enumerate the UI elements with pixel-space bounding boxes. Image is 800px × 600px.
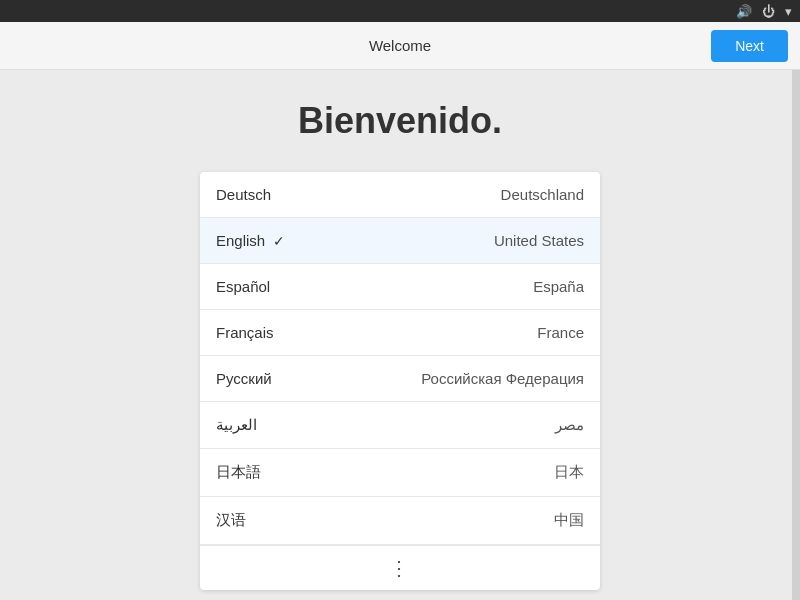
lang-left-japanese: 日本語 [216, 463, 269, 482]
lang-region-chinese: 中国 [554, 511, 584, 530]
page-wrapper: 🔊 ⏻ ▾ Welcome Next Bienvenido. Deutsch D… [0, 0, 800, 600]
lang-name-francais: Français [216, 324, 274, 341]
lang-left-english: English ✓ [216, 232, 285, 249]
power-icon: ⏻ [762, 4, 775, 19]
lang-region-russian: Российская Федерация [421, 370, 584, 387]
language-item-deutsch[interactable]: Deutsch Deutschland [200, 172, 600, 218]
lang-name-espanol: Español [216, 278, 270, 295]
lang-name-arabic: العربية [216, 416, 257, 434]
lang-left-deutsch: Deutsch [216, 186, 279, 203]
scrollbar[interactable] [792, 70, 800, 600]
next-button[interactable]: Next [711, 30, 788, 62]
system-bar: 🔊 ⏻ ▾ [0, 0, 800, 22]
language-item-chinese[interactable]: 汉语 中国 [200, 497, 600, 545]
lang-region-japanese: 日本 [554, 463, 584, 482]
lang-left-russian: Русский [216, 370, 280, 387]
language-item-espanol[interactable]: Español España [200, 264, 600, 310]
language-list: Deutsch Deutschland English ✓ United Sta… [200, 172, 600, 590]
lang-left-arabic: العربية [216, 416, 265, 434]
lang-check-english: ✓ [273, 233, 285, 249]
more-languages-button[interactable]: ⋮ [200, 545, 600, 590]
lang-region-english: United States [494, 232, 584, 249]
title-bar: Welcome Next [0, 22, 800, 70]
welcome-heading: Bienvenido. [298, 100, 502, 142]
language-item-russian[interactable]: Русский Российская Федерация [200, 356, 600, 402]
language-item-japanese[interactable]: 日本語 日本 [200, 449, 600, 497]
window-title: Welcome [369, 37, 431, 54]
lang-left-espanol: Español [216, 278, 278, 295]
volume-icon: 🔊 [736, 4, 752, 19]
lang-name-chinese: 汉语 [216, 511, 246, 530]
lang-name-deutsch: Deutsch [216, 186, 271, 203]
more-icon: ⋮ [389, 556, 411, 580]
lang-left-chinese: 汉语 [216, 511, 254, 530]
lang-region-espanol: España [533, 278, 584, 295]
chevron-down-icon: ▾ [785, 4, 792, 19]
language-item-english[interactable]: English ✓ United States [200, 218, 600, 264]
lang-region-francais: France [537, 324, 584, 341]
lang-name-japanese: 日本語 [216, 463, 261, 482]
lang-region-deutsch: Deutschland [501, 186, 584, 203]
main-content: Bienvenido. Deutsch Deutschland English … [0, 70, 800, 600]
lang-name-english: English [216, 232, 265, 249]
lang-region-arabic: مصر [555, 416, 584, 434]
language-item-arabic[interactable]: العربية مصر [200, 402, 600, 449]
lang-name-russian: Русский [216, 370, 272, 387]
language-item-francais[interactable]: Français France [200, 310, 600, 356]
lang-left-francais: Français [216, 324, 282, 341]
